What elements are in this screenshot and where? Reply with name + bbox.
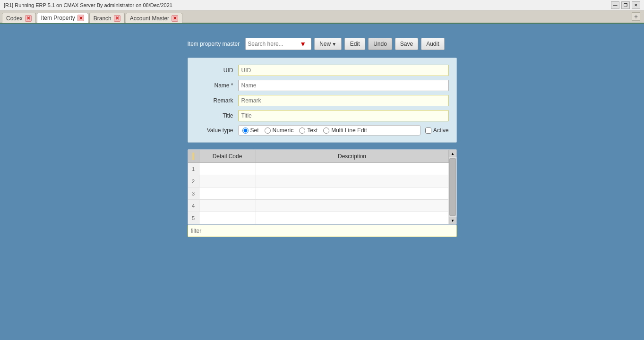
undo-button[interactable]: Undo: [368, 38, 392, 50]
table-row[interactable]: 5: [188, 212, 449, 224]
cell-desc-3[interactable]: [256, 187, 449, 199]
remark-input[interactable]: [238, 95, 449, 106]
tab-add-button[interactable]: +: [632, 12, 640, 21]
value-type-text-label: Text: [307, 127, 318, 134]
row-num-2: 2: [188, 175, 199, 187]
scrollbar-thumb[interactable]: [449, 158, 456, 216]
title-input[interactable]: [238, 110, 449, 121]
new-button-arrow: ▼: [332, 42, 336, 47]
uid-input[interactable]: [238, 65, 449, 76]
table-row[interactable]: 2: [188, 175, 449, 187]
tab-account-master-close[interactable]: ✕: [172, 15, 178, 22]
row-num-5: 5: [188, 212, 199, 224]
grid-scrollbar[interactable]: ▲ ▼: [449, 150, 456, 224]
uid-label: UID: [196, 67, 233, 74]
title-text: [R1] Running ERP 5.1 on CMAX Server By a…: [4, 2, 172, 8]
undo-button-label: Undo: [373, 41, 387, 47]
active-checkbox-area[interactable]: Active: [425, 127, 449, 134]
title-row: Title: [196, 110, 449, 121]
cell-detail-3[interactable]: [199, 187, 256, 199]
tab-account-master-label: Account Master: [130, 15, 169, 22]
master-label: Item property master: [188, 41, 240, 47]
grid-inner: Detail Code Description 1: [188, 150, 449, 224]
edit-button[interactable]: Edit: [344, 38, 365, 50]
tab-account-master[interactable]: Account Master ✕: [126, 13, 182, 23]
cell-desc-4[interactable]: [256, 200, 449, 212]
cell-desc-5[interactable]: [256, 212, 449, 224]
cell-detail-5[interactable]: [199, 212, 256, 224]
grid-body: 1 2 3: [188, 163, 449, 224]
table-row[interactable]: 4: [188, 200, 449, 212]
search-box[interactable]: ▼: [245, 38, 311, 50]
row-num-4: 4: [188, 200, 199, 212]
new-button-label: New: [319, 41, 331, 47]
value-type-multiline[interactable]: Multi Line Edit: [323, 127, 367, 134]
save-button-label: Save: [400, 41, 413, 47]
name-label: Name *: [196, 82, 233, 89]
active-checkbox[interactable]: [425, 128, 431, 134]
table-row[interactable]: 1: [188, 163, 449, 175]
grid-header-detail-code: Detail Code: [199, 150, 256, 162]
value-type-label: Value type: [196, 127, 233, 134]
active-label: Active: [433, 127, 449, 134]
cell-detail-2[interactable]: [199, 175, 256, 187]
row-num-1: 1: [188, 163, 199, 175]
grid-scroll-wrap: Detail Code Description 1: [188, 150, 456, 224]
grid-header-description: Description: [256, 150, 449, 162]
grid-container: Detail Code Description 1: [188, 149, 457, 225]
indicator-bar: [192, 153, 194, 160]
audit-button[interactable]: Audit: [421, 38, 444, 50]
value-type-set[interactable]: Set: [242, 127, 259, 134]
edit-button-label: Edit: [350, 41, 360, 47]
main-content: Item property master ▼ New ▼ Edit Undo S…: [0, 24, 644, 251]
scrollbar-down-button[interactable]: ▼: [449, 217, 456, 224]
value-type-numeric-label: Numeric: [273, 127, 294, 134]
grid-indicator-header: [188, 150, 199, 162]
filter-input[interactable]: [188, 225, 456, 237]
close-button[interactable]: ✕: [632, 1, 640, 9]
tab-bar: Codex ✕ Item Property ✕ Branch ✕ Account…: [0, 10, 644, 24]
cell-desc-2[interactable]: [256, 175, 449, 187]
search-dropdown-icon[interactable]: ▼: [300, 40, 306, 48]
name-row: Name *: [196, 80, 449, 91]
value-type-text[interactable]: Text: [299, 127, 318, 134]
value-type-row: Value type Set Numeric Text: [196, 125, 449, 136]
restore-button[interactable]: ❐: [621, 1, 630, 9]
cell-detail-4[interactable]: [199, 200, 256, 212]
tab-branch-label: Branch: [94, 15, 112, 22]
grid-header: Detail Code Description: [188, 150, 449, 163]
value-type-set-label: Set: [250, 127, 259, 134]
tab-branch-close[interactable]: ✕: [114, 15, 120, 22]
value-type-numeric[interactable]: Numeric: [265, 127, 294, 134]
title-bar: [R1] Running ERP 5.1 on CMAX Server By a…: [0, 0, 644, 10]
uid-row: UID: [196, 65, 449, 76]
tab-item-property-close[interactable]: ✕: [77, 15, 84, 21]
tab-branch[interactable]: Branch ✕: [89, 13, 125, 23]
scrollbar-up-button[interactable]: ▲: [449, 150, 456, 157]
tab-codex-close[interactable]: ✕: [25, 15, 32, 22]
filter-bar: [188, 225, 457, 237]
table-row[interactable]: 3: [188, 187, 449, 200]
row-num-3: 3: [188, 187, 199, 199]
audit-button-label: Audit: [426, 41, 439, 47]
cell-desc-1[interactable]: [256, 163, 449, 175]
search-input[interactable]: [248, 41, 300, 47]
name-input[interactable]: [238, 80, 449, 91]
remark-row: Remark: [196, 95, 449, 106]
cell-detail-1[interactable]: [199, 163, 256, 175]
value-type-options: Set Numeric Text Multi Line Edit: [238, 125, 421, 136]
title-controls: — ❐ ✕: [611, 1, 640, 9]
tab-codex-label: Codex: [6, 15, 23, 22]
title-label: Title: [196, 112, 233, 119]
toolbar-row: Item property master ▼ New ▼ Edit Undo S…: [188, 38, 457, 50]
save-button[interactable]: Save: [395, 38, 418, 50]
new-button[interactable]: New ▼: [314, 38, 342, 50]
tab-item-property-label: Item Property: [41, 15, 75, 21]
minimize-button[interactable]: —: [611, 1, 619, 9]
form-container: Item property master ▼ New ▼ Edit Undo S…: [188, 38, 457, 237]
remark-label: Remark: [196, 97, 233, 104]
tab-item-property[interactable]: Item Property ✕: [37, 13, 88, 23]
value-type-multiline-label: Multi Line Edit: [331, 127, 367, 134]
form-panel: UID Name * Remark Title Value type: [188, 58, 457, 143]
tab-codex[interactable]: Codex ✕: [2, 13, 36, 23]
